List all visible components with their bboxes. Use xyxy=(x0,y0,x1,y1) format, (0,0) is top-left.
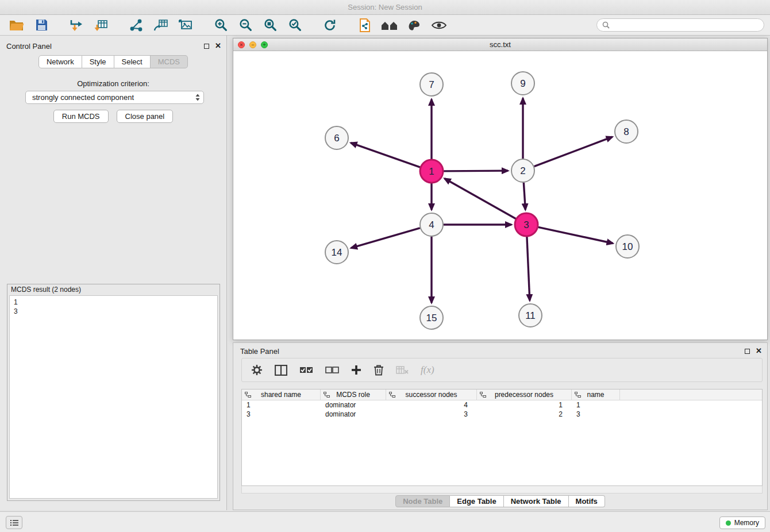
save-session-button[interactable] xyxy=(30,17,52,34)
table-tab-edge-table[interactable]: Edge Table xyxy=(450,495,503,507)
import-network-button[interactable] xyxy=(66,17,87,34)
column-header-icon[interactable] xyxy=(245,392,251,398)
cell-name: 1 xyxy=(572,400,620,410)
cell-successor_nodes: 3 xyxy=(386,410,477,419)
deselect-all-button[interactable] xyxy=(325,366,339,374)
tab-mcds[interactable]: MCDS xyxy=(151,55,188,68)
palette-icon xyxy=(407,19,421,32)
split-panel-button[interactable] xyxy=(275,365,287,376)
edge-2-8[interactable] xyxy=(534,137,613,166)
home-views-button[interactable] xyxy=(379,17,401,34)
float-table-panel-icon[interactable] xyxy=(745,349,750,354)
panel-selector-button[interactable] xyxy=(6,516,22,529)
zoom-out-button[interactable] xyxy=(234,17,256,34)
column-header-icon[interactable] xyxy=(480,392,486,398)
node-table[interactable]: shared nameMCDS rolesuccessor nodesprede… xyxy=(241,389,763,486)
tab-style[interactable]: Style xyxy=(82,55,114,68)
column-header-mcds_role[interactable]: MCDS role xyxy=(321,390,386,400)
node-7[interactable]: 7 xyxy=(420,73,443,96)
network-from-table-button[interactable] xyxy=(150,17,172,34)
node-4[interactable]: 4 xyxy=(420,213,443,236)
node-10[interactable]: 10 xyxy=(616,235,639,258)
zoom-fit-button[interactable] xyxy=(259,17,281,34)
column-header-icon[interactable] xyxy=(575,392,581,398)
column-header-shared_name[interactable]: shared name xyxy=(242,390,321,400)
table-tab-motifs[interactable]: Motifs xyxy=(569,495,605,507)
zoom-in-button[interactable] xyxy=(210,17,232,34)
search-box[interactable] xyxy=(596,18,764,32)
column-header-icon[interactable] xyxy=(389,392,395,398)
column-header-filler xyxy=(620,390,762,400)
edge-3-10[interactable] xyxy=(538,227,613,243)
close-window-button[interactable]: × xyxy=(238,41,245,48)
show-graphics-button[interactable] xyxy=(428,17,450,34)
open-folder-icon xyxy=(9,19,24,31)
open-session-button[interactable] xyxy=(6,17,28,34)
table-body: 1dominator4113dominator323 xyxy=(242,400,762,419)
function-builder-button[interactable]: f(x) xyxy=(421,364,434,376)
mcds-buttons-row: Run MCDS Close panel xyxy=(0,110,226,123)
table-panel: Table Panel ✕ f(x) shared nameMCDS rol xyxy=(233,342,768,510)
table-tab-node-table[interactable]: Node Table xyxy=(395,495,450,507)
column-header-icon[interactable] xyxy=(324,392,330,398)
tab-network[interactable]: Network xyxy=(38,55,82,68)
edge-4-14[interactable] xyxy=(351,228,420,248)
table-tab-network-table[interactable]: Network Table xyxy=(504,495,569,507)
table-row[interactable]: 3dominator323 xyxy=(242,410,762,419)
network-window-titlebar[interactable]: × − + scc.txt xyxy=(233,38,767,51)
node-15[interactable]: 15 xyxy=(420,306,443,329)
table-settings-button[interactable] xyxy=(251,364,263,376)
run-mcds-button[interactable]: Run MCDS xyxy=(53,110,109,123)
toolbar-separator xyxy=(344,25,351,25)
mcds-result-area[interactable]: 1 3 xyxy=(9,295,218,499)
column-header-name[interactable]: name xyxy=(572,390,620,400)
delete-column-button[interactable] xyxy=(374,364,384,376)
node-2[interactable]: 2 xyxy=(511,159,534,182)
node-8[interactable]: 8 xyxy=(615,120,638,143)
close-mcds-panel-button[interactable]: Close panel xyxy=(117,110,174,123)
zoom-out-icon xyxy=(239,18,252,32)
node-11[interactable]: 11 xyxy=(519,304,542,327)
node-6[interactable]: 6 xyxy=(325,126,348,149)
zoom-fit-icon xyxy=(264,18,277,32)
zoom-selected-button[interactable] xyxy=(284,17,306,34)
column-header-successor_nodes[interactable]: successor nodes xyxy=(386,390,477,400)
table-row[interactable]: 1dominator411 xyxy=(242,400,762,410)
network-graph[interactable]: 7968124314101511 xyxy=(233,51,767,340)
column-header-predecessor_nodes[interactable]: predecessor nodes xyxy=(477,390,572,400)
float-panel-icon[interactable] xyxy=(204,44,209,49)
new-network-button[interactable] xyxy=(125,17,147,34)
refresh-layout-button[interactable] xyxy=(319,17,341,34)
apply-style-button[interactable] xyxy=(403,17,425,34)
close-table-panel-icon[interactable]: ✕ xyxy=(756,348,762,354)
add-column-button[interactable] xyxy=(351,365,361,375)
network-table-icon xyxy=(153,19,168,32)
memory-button[interactable]: Memory xyxy=(719,516,765,529)
edge-2-3[interactable] xyxy=(523,183,525,210)
node-9[interactable]: 9 xyxy=(511,72,534,95)
node-label: 2 xyxy=(520,165,525,176)
edge-3-1[interactable] xyxy=(445,179,516,219)
window-title: Session: New Session xyxy=(348,3,422,11)
toolbar-separator xyxy=(309,25,316,25)
maximize-window-button[interactable]: + xyxy=(261,41,268,48)
edge-3-11[interactable] xyxy=(527,237,530,300)
node-14[interactable]: 14 xyxy=(325,241,348,264)
select-all-button[interactable] xyxy=(299,366,313,374)
node-1[interactable]: 1 xyxy=(420,160,443,183)
close-panel-icon[interactable]: ✕ xyxy=(215,43,221,49)
edge-1-2[interactable] xyxy=(444,171,508,171)
network-canvas[interactable]: 7968124314101511 xyxy=(233,51,767,340)
edge-1-6[interactable] xyxy=(351,143,421,167)
delete-table-button[interactable] xyxy=(396,365,409,375)
export-image-button[interactable] xyxy=(175,17,197,34)
optimization-select[interactable]: strongly connected component xyxy=(25,91,204,104)
node-3[interactable]: 3 xyxy=(515,213,538,236)
column-label: successor nodes xyxy=(405,391,457,399)
tab-select[interactable]: Select xyxy=(114,55,151,68)
import-table-button[interactable] xyxy=(90,17,112,34)
table-hscrollbar[interactable] xyxy=(241,486,763,494)
minimize-window-button[interactable]: − xyxy=(249,41,256,48)
select-all-icon xyxy=(299,366,313,374)
duplicate-view-button[interactable] xyxy=(354,17,376,34)
